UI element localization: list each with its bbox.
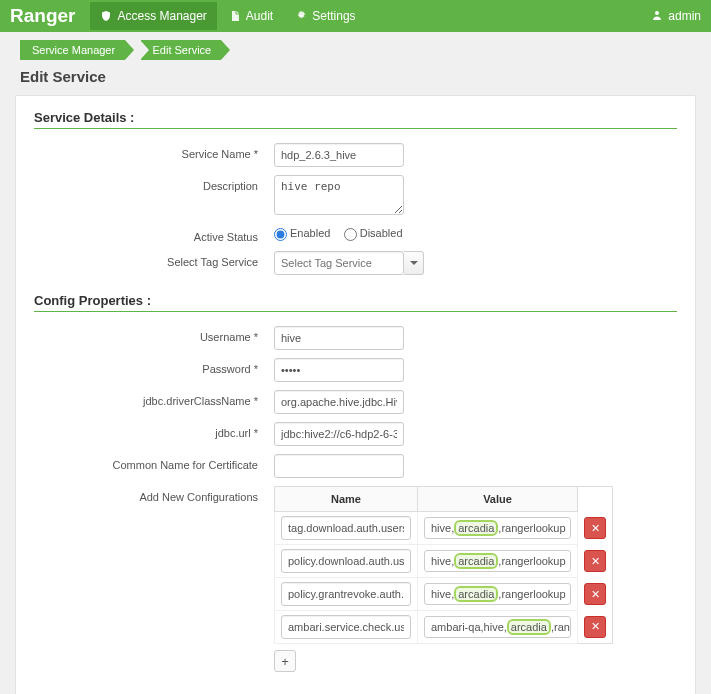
delete-row-button[interactable]: ✕ xyxy=(584,550,606,572)
section-config-properties: Config Properties : xyxy=(34,293,677,312)
form-card: Service Details : Service Name * Descrip… xyxy=(15,95,696,694)
nav-label: Audit xyxy=(246,9,273,23)
gear-icon xyxy=(295,10,307,22)
driver-input[interactable] xyxy=(274,390,404,414)
cfg-name-input[interactable] xyxy=(281,582,411,606)
cfg-name-input[interactable] xyxy=(281,615,411,639)
radio-disabled[interactable] xyxy=(344,228,357,241)
page-title: Edit Service xyxy=(0,64,711,95)
label-driver: jdbc.driverClassName * xyxy=(34,390,274,407)
highlight-arcadia: arcadia xyxy=(454,553,498,569)
breadcrumb-edit-service[interactable]: Edit Service xyxy=(141,40,222,60)
nav-audit[interactable]: Audit xyxy=(219,2,283,30)
label-add-new-config: Add New Configurations xyxy=(34,486,274,503)
cfg-name-input[interactable] xyxy=(281,549,411,573)
cn-input[interactable] xyxy=(274,454,404,478)
label-select-tag-service: Select Tag Service xyxy=(34,251,274,268)
highlight-arcadia: arcadia xyxy=(454,586,498,602)
user-icon xyxy=(651,9,663,24)
description-textarea[interactable]: hive repo xyxy=(274,175,404,215)
radio-enabled-label[interactable]: Enabled xyxy=(274,227,330,239)
radio-disabled-label[interactable]: Disabled xyxy=(344,227,403,239)
tag-service-dropdown-button[interactable] xyxy=(404,251,424,275)
label-username: Username * xyxy=(34,326,274,343)
top-bar: Ranger Access Manager Audit Settings adm… xyxy=(0,0,711,32)
user-menu[interactable]: admin xyxy=(651,9,701,24)
cfg-value-input[interactable]: ambari-qa,hive,arcadia,rangerlookup xyxy=(424,616,571,638)
url-input[interactable] xyxy=(274,422,404,446)
username-input[interactable] xyxy=(274,326,404,350)
password-input[interactable] xyxy=(274,358,404,382)
document-icon xyxy=(229,10,241,22)
cfg-name-header: Name xyxy=(275,487,418,512)
label-service-name: Service Name * xyxy=(34,143,274,160)
section-service-details: Service Details : xyxy=(34,110,677,129)
label-url: jdbc.url * xyxy=(34,422,274,439)
label-password: Password * xyxy=(34,358,274,375)
radio-disabled-text: Disabled xyxy=(360,227,403,239)
table-row: hive,arcadia,rangerlookup✕ xyxy=(275,512,613,545)
top-nav: Access Manager Audit Settings xyxy=(90,2,365,30)
cfg-value-header: Value xyxy=(418,487,578,512)
delete-row-button[interactable]: ✕ xyxy=(584,616,606,638)
tag-service-select[interactable] xyxy=(274,251,424,275)
tag-service-display[interactable] xyxy=(274,251,404,275)
cfg-name-input[interactable] xyxy=(281,516,411,540)
label-cn: Common Name for Certificate xyxy=(34,454,274,471)
svg-point-1 xyxy=(655,11,659,15)
add-config-button[interactable]: + xyxy=(274,650,296,672)
service-name-input[interactable] xyxy=(274,143,404,167)
config-table: Name Value hive,arcadia,rangerlookup✕hiv… xyxy=(274,486,613,644)
delete-row-button[interactable]: ✕ xyxy=(584,517,606,539)
breadcrumb: Service Manager Edit Service xyxy=(0,32,711,64)
delete-row-button[interactable]: ✕ xyxy=(584,583,606,605)
brand-logo: Ranger xyxy=(10,5,75,27)
label-active-status: Active Status xyxy=(34,226,274,243)
user-name: admin xyxy=(668,9,701,23)
shield-icon xyxy=(100,10,112,22)
breadcrumb-service-manager[interactable]: Service Manager xyxy=(20,40,125,60)
nav-settings[interactable]: Settings xyxy=(285,2,365,30)
cfg-value-input[interactable]: hive,arcadia,rangerlookup xyxy=(424,550,571,572)
radio-enabled[interactable] xyxy=(274,228,287,241)
radio-enabled-text: Enabled xyxy=(290,227,330,239)
label-description: Description xyxy=(34,175,274,192)
highlight-arcadia: arcadia xyxy=(507,619,551,635)
cfg-value-input[interactable]: hive,arcadia,rangerlookup xyxy=(424,517,571,539)
cfg-value-input[interactable]: hive,arcadia,rangerlookup xyxy=(424,583,571,605)
highlight-arcadia: arcadia xyxy=(454,520,498,536)
nav-access-manager[interactable]: Access Manager xyxy=(90,2,216,30)
table-row: hive,arcadia,rangerlookup✕ xyxy=(275,578,613,611)
nav-label: Access Manager xyxy=(117,9,206,23)
table-row: hive,arcadia,rangerlookup✕ xyxy=(275,545,613,578)
chevron-down-icon xyxy=(410,261,418,265)
nav-label: Settings xyxy=(312,9,355,23)
table-row: ambari-qa,hive,arcadia,rangerlookup✕ xyxy=(275,611,613,644)
